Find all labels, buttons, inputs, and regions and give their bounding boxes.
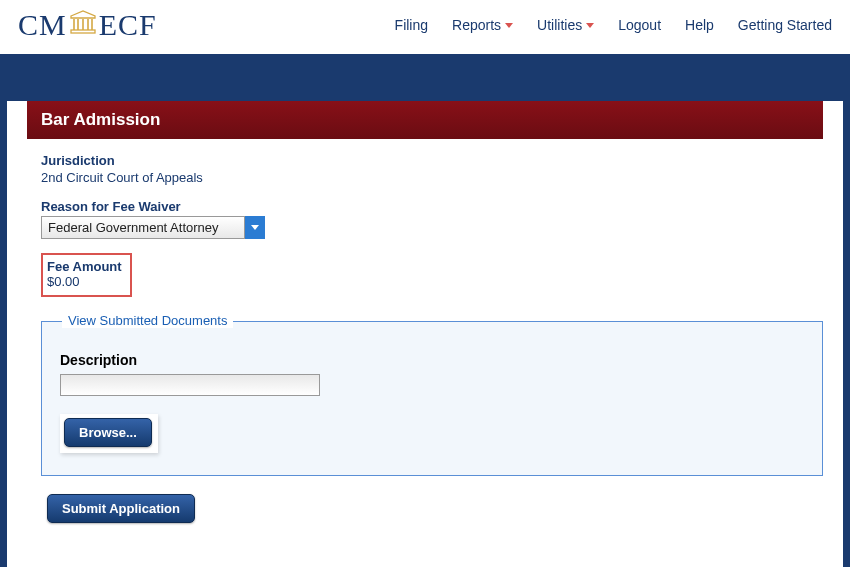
- nav: Filing Reports Utilities Logout Help Get…: [395, 17, 832, 33]
- browse-button[interactable]: Browse...: [64, 418, 152, 447]
- page-title: Bar Admission: [27, 101, 823, 139]
- logo: CM ECF: [18, 8, 157, 42]
- building-icon: [69, 10, 97, 37]
- browse-wrap: Browse...: [60, 414, 158, 453]
- svg-rect-5: [71, 30, 95, 33]
- nav-getting-started[interactable]: Getting Started: [738, 17, 832, 33]
- documents-fieldset: View Submitted Documents Description Bro…: [41, 321, 823, 476]
- nav-reports-label: Reports: [452, 17, 501, 33]
- logo-left: CM: [18, 8, 67, 42]
- nav-filing[interactable]: Filing: [395, 17, 428, 33]
- submit-row: Submit Application: [7, 494, 843, 523]
- nav-filing-label: Filing: [395, 17, 428, 33]
- fee-amount-label: Fee Amount: [47, 259, 122, 274]
- content-frame: Bar Admission Jurisdiction 2nd Circuit C…: [0, 54, 850, 567]
- reason-select-value: Federal Government Attorney: [41, 216, 245, 239]
- submit-application-button[interactable]: Submit Application: [47, 494, 195, 523]
- description-input[interactable]: [60, 374, 320, 396]
- content-inner: Bar Admission Jurisdiction 2nd Circuit C…: [7, 101, 843, 567]
- chevron-down-icon: [251, 225, 259, 230]
- description-label: Description: [60, 352, 804, 368]
- nav-help[interactable]: Help: [685, 17, 714, 33]
- nav-utilities-label: Utilities: [537, 17, 582, 33]
- caret-down-icon: [505, 23, 513, 28]
- nav-logout-label: Logout: [618, 17, 661, 33]
- nav-getting-started-label: Getting Started: [738, 17, 832, 33]
- reason-select[interactable]: Federal Government Attorney: [41, 216, 265, 239]
- jurisdiction-label: Jurisdiction: [41, 153, 833, 168]
- nav-utilities[interactable]: Utilities: [537, 17, 594, 33]
- caret-down-icon: [586, 23, 594, 28]
- logo-right: ECF: [99, 8, 157, 42]
- documents-legend: View Submitted Documents: [62, 313, 233, 328]
- fee-amount-value: $0.00: [47, 274, 122, 289]
- nav-logout[interactable]: Logout: [618, 17, 661, 33]
- reason-label: Reason for Fee Waiver: [41, 199, 833, 214]
- fee-amount-box: Fee Amount $0.00: [41, 253, 132, 297]
- dropdown-button[interactable]: [245, 216, 265, 239]
- nav-reports[interactable]: Reports: [452, 17, 513, 33]
- nav-help-label: Help: [685, 17, 714, 33]
- jurisdiction-value: 2nd Circuit Court of Appeals: [41, 170, 833, 185]
- form-area: Jurisdiction 2nd Circuit Court of Appeal…: [7, 139, 843, 321]
- topbar: CM ECF Filing Reports Utilities Logout H…: [0, 0, 850, 54]
